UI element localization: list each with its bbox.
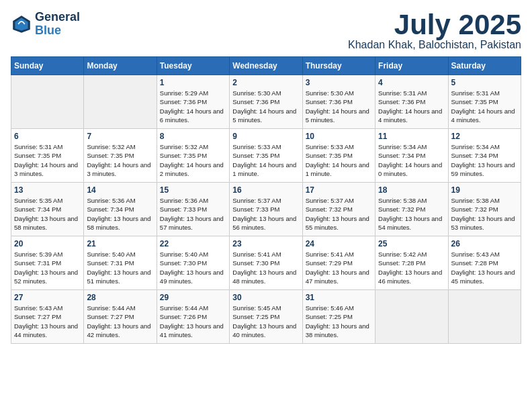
day-info: Sunrise: 5:30 AM Sunset: 7:36 PM Dayligh… bbox=[232, 89, 299, 124]
calendar-cell: 12Sunrise: 5:34 AM Sunset: 7:34 PM Dayli… bbox=[448, 129, 521, 183]
calendar-cell: 8Sunrise: 5:32 AM Sunset: 7:35 PM Daylig… bbox=[157, 129, 229, 183]
calendar-cell: 22Sunrise: 5:40 AM Sunset: 7:30 PM Dayli… bbox=[157, 236, 229, 290]
day-info: Sunrise: 5:33 AM Sunset: 7:35 PM Dayligh… bbox=[306, 142, 372, 178]
calendar-week-row: 13Sunrise: 5:35 AM Sunset: 7:34 PM Dayli… bbox=[11, 183, 521, 236]
day-number: 22 bbox=[160, 239, 226, 248]
calendar-body: 1Sunrise: 5:29 AM Sunset: 7:36 PM Daylig… bbox=[11, 75, 521, 344]
day-info: Sunrise: 5:39 AM Sunset: 7:31 PM Dayligh… bbox=[14, 250, 81, 285]
day-number: 18 bbox=[378, 185, 445, 195]
day-number: 6 bbox=[14, 132, 81, 141]
calendar-cell bbox=[448, 290, 521, 344]
day-number: 28 bbox=[87, 293, 153, 302]
calendar-cell: 3Sunrise: 5:30 AM Sunset: 7:36 PM Daylig… bbox=[302, 75, 375, 129]
day-info: Sunrise: 5:31 AM Sunset: 7:36 PM Dayligh… bbox=[378, 89, 445, 124]
day-info: Sunrise: 5:43 AM Sunset: 7:27 PM Dayligh… bbox=[14, 304, 81, 339]
day-number: 19 bbox=[451, 185, 518, 195]
day-number: 12 bbox=[451, 132, 518, 141]
calendar-cell: 10Sunrise: 5:33 AM Sunset: 7:35 PM Dayli… bbox=[302, 129, 375, 183]
day-info: Sunrise: 5:41 AM Sunset: 7:29 PM Dayligh… bbox=[306, 250, 372, 285]
day-number: 9 bbox=[232, 132, 299, 141]
day-info: Sunrise: 5:37 AM Sunset: 7:33 PM Dayligh… bbox=[232, 196, 299, 232]
calendar-cell: 13Sunrise: 5:35 AM Sunset: 7:34 PM Dayli… bbox=[11, 183, 84, 236]
calendar-cell bbox=[375, 290, 448, 344]
day-number: 5 bbox=[451, 78, 518, 87]
day-info: Sunrise: 5:40 AM Sunset: 7:31 PM Dayligh… bbox=[87, 250, 153, 285]
day-number: 13 bbox=[14, 185, 81, 195]
day-info: Sunrise: 5:31 AM Sunset: 7:35 PM Dayligh… bbox=[14, 142, 81, 178]
day-info: Sunrise: 5:36 AM Sunset: 7:34 PM Dayligh… bbox=[87, 196, 153, 232]
day-info: Sunrise: 5:31 AM Sunset: 7:35 PM Dayligh… bbox=[451, 89, 518, 124]
day-number: 31 bbox=[306, 293, 372, 302]
calendar-cell: 17Sunrise: 5:37 AM Sunset: 7:32 PM Dayli… bbox=[302, 183, 375, 236]
day-info: Sunrise: 5:41 AM Sunset: 7:30 PM Dayligh… bbox=[232, 250, 299, 285]
calendar-cell: 27Sunrise: 5:43 AM Sunset: 7:27 PM Dayli… bbox=[11, 290, 84, 344]
day-info: Sunrise: 5:30 AM Sunset: 7:36 PM Dayligh… bbox=[306, 89, 372, 124]
calendar-cell: 31Sunrise: 5:46 AM Sunset: 7:25 PM Dayli… bbox=[302, 290, 375, 344]
day-number: 14 bbox=[87, 185, 153, 195]
calendar-cell: 16Sunrise: 5:37 AM Sunset: 7:33 PM Dayli… bbox=[230, 183, 302, 236]
logo-line2: Blue bbox=[35, 24, 61, 37]
day-number: 30 bbox=[232, 293, 299, 302]
logo-text: General Blue bbox=[35, 11, 80, 38]
day-info: Sunrise: 5:29 AM Sunset: 7:36 PM Dayligh… bbox=[160, 89, 226, 124]
day-info: Sunrise: 5:36 AM Sunset: 7:33 PM Dayligh… bbox=[160, 196, 226, 232]
calendar-cell: 24Sunrise: 5:41 AM Sunset: 7:29 PM Dayli… bbox=[302, 236, 375, 290]
calendar-cell: 9Sunrise: 5:33 AM Sunset: 7:35 PM Daylig… bbox=[230, 129, 302, 183]
day-info: Sunrise: 5:33 AM Sunset: 7:35 PM Dayligh… bbox=[232, 142, 299, 178]
calendar-cell: 11Sunrise: 5:34 AM Sunset: 7:34 PM Dayli… bbox=[375, 129, 448, 183]
calendar-cell: 4Sunrise: 5:31 AM Sunset: 7:36 PM Daylig… bbox=[375, 75, 448, 129]
calendar-header-row: SundayMondayTuesdayWednesdayThursdayFrid… bbox=[11, 57, 521, 75]
calendar-cell: 1Sunrise: 5:29 AM Sunset: 7:36 PM Daylig… bbox=[157, 75, 229, 129]
day-number: 23 bbox=[232, 239, 299, 248]
page-header: General Blue July 2025 Khadan Khak, Balo… bbox=[11, 11, 521, 51]
calendar-cell: 7Sunrise: 5:32 AM Sunset: 7:35 PM Daylig… bbox=[84, 129, 157, 183]
calendar-cell: 18Sunrise: 5:38 AM Sunset: 7:32 PM Dayli… bbox=[375, 183, 448, 236]
day-number: 15 bbox=[160, 185, 226, 195]
day-number: 21 bbox=[87, 239, 153, 248]
day-number: 3 bbox=[306, 78, 372, 87]
month-title: July 2025 bbox=[348, 11, 521, 39]
calendar-cell: 15Sunrise: 5:36 AM Sunset: 7:33 PM Dayli… bbox=[157, 183, 229, 236]
calendar-cell: 14Sunrise: 5:36 AM Sunset: 7:34 PM Dayli… bbox=[84, 183, 157, 236]
logo: General Blue bbox=[11, 11, 80, 38]
calendar-week-row: 27Sunrise: 5:43 AM Sunset: 7:27 PM Dayli… bbox=[11, 290, 521, 344]
calendar-cell: 26Sunrise: 5:43 AM Sunset: 7:28 PM Dayli… bbox=[448, 236, 521, 290]
calendar-cell bbox=[11, 75, 84, 129]
day-info: Sunrise: 5:43 AM Sunset: 7:28 PM Dayligh… bbox=[451, 250, 518, 285]
day-number: 20 bbox=[14, 239, 81, 248]
day-info: Sunrise: 5:46 AM Sunset: 7:25 PM Dayligh… bbox=[306, 304, 372, 339]
weekday-header: Sunday bbox=[11, 57, 84, 75]
calendar-cell: 2Sunrise: 5:30 AM Sunset: 7:36 PM Daylig… bbox=[230, 75, 302, 129]
day-number: 25 bbox=[378, 239, 445, 248]
weekday-header: Friday bbox=[375, 57, 448, 75]
weekday-header: Wednesday bbox=[230, 57, 302, 75]
day-number: 17 bbox=[306, 185, 372, 195]
calendar-cell: 25Sunrise: 5:42 AM Sunset: 7:28 PM Dayli… bbox=[375, 236, 448, 290]
calendar-cell: 5Sunrise: 5:31 AM Sunset: 7:35 PM Daylig… bbox=[448, 75, 521, 129]
day-info: Sunrise: 5:44 AM Sunset: 7:26 PM Dayligh… bbox=[160, 304, 226, 339]
calendar-table: SundayMondayTuesdayWednesdayThursdayFrid… bbox=[11, 56, 521, 344]
calendar-cell: 29Sunrise: 5:44 AM Sunset: 7:26 PM Dayli… bbox=[157, 290, 229, 344]
calendar-cell: 28Sunrise: 5:44 AM Sunset: 7:27 PM Dayli… bbox=[84, 290, 157, 344]
calendar-cell: 30Sunrise: 5:45 AM Sunset: 7:25 PM Dayli… bbox=[230, 290, 302, 344]
day-number: 1 bbox=[160, 78, 226, 87]
day-info: Sunrise: 5:42 AM Sunset: 7:28 PM Dayligh… bbox=[378, 250, 445, 285]
day-info: Sunrise: 5:38 AM Sunset: 7:32 PM Dayligh… bbox=[451, 196, 518, 232]
day-number: 11 bbox=[378, 132, 445, 141]
day-number: 27 bbox=[14, 293, 81, 302]
day-info: Sunrise: 5:35 AM Sunset: 7:34 PM Dayligh… bbox=[14, 196, 81, 232]
day-info: Sunrise: 5:44 AM Sunset: 7:27 PM Dayligh… bbox=[87, 304, 153, 339]
day-info: Sunrise: 5:34 AM Sunset: 7:34 PM Dayligh… bbox=[451, 142, 518, 178]
day-number: 4 bbox=[378, 78, 445, 87]
day-number: 24 bbox=[306, 239, 372, 248]
weekday-header: Monday bbox=[84, 57, 157, 75]
logo-line1: General bbox=[35, 11, 80, 24]
day-number: 29 bbox=[160, 293, 226, 302]
calendar-week-row: 20Sunrise: 5:39 AM Sunset: 7:31 PM Dayli… bbox=[11, 236, 521, 290]
location: Khadan Khak, Balochistan, Pakistan bbox=[348, 39, 521, 51]
calendar-week-row: 1Sunrise: 5:29 AM Sunset: 7:36 PM Daylig… bbox=[11, 75, 521, 129]
weekday-header: Thursday bbox=[302, 57, 375, 75]
day-number: 10 bbox=[306, 132, 372, 141]
day-info: Sunrise: 5:40 AM Sunset: 7:30 PM Dayligh… bbox=[160, 250, 226, 285]
day-number: 16 bbox=[232, 185, 299, 195]
